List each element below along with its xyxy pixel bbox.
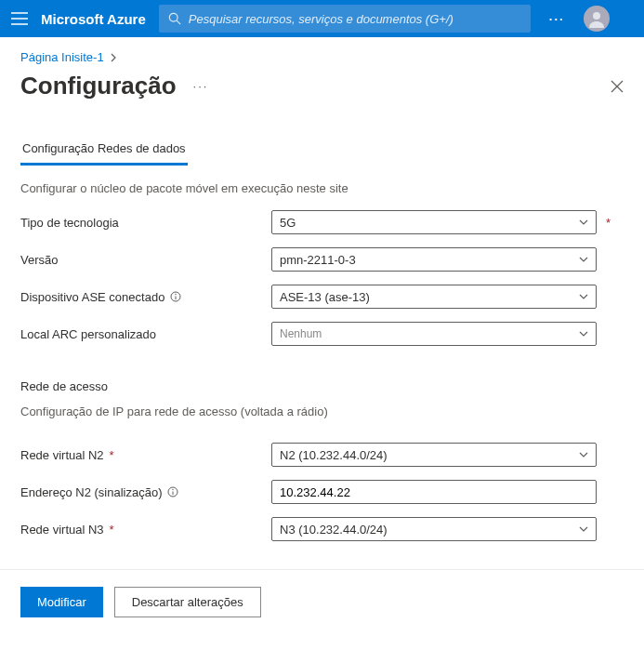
search-input[interactable] <box>189 12 521 26</box>
required-marker: * <box>110 448 114 462</box>
required-marker: * <box>606 216 611 230</box>
n2addr-input-wrap <box>271 480 597 504</box>
page-title: Configuração <box>20 72 177 100</box>
svg-line-1 <box>177 20 180 24</box>
version-label: Versão <box>20 253 271 267</box>
breadcrumb-item[interactable]: site-1 <box>74 50 104 64</box>
brand-label: Microsoft Azure <box>41 11 146 27</box>
modify-button[interactable]: Modificar <box>20 587 103 617</box>
hamburger-icon[interactable] <box>11 12 28 25</box>
required-marker: * <box>110 523 114 537</box>
n3net-select[interactable]: N3 (10.232.44.0/24) <box>271 517 597 541</box>
n2addr-input[interactable] <box>280 485 588 499</box>
ase-select[interactable]: ASE-13 (ase-13) <box>271 285 597 309</box>
breadcrumb: Página Ini site-1 <box>0 37 644 70</box>
title-more-icon[interactable]: ··· <box>193 79 209 93</box>
arc-label: Local ARC personalizado <box>20 327 271 341</box>
footer: Modificar Descartar alterações <box>0 569 644 634</box>
n2net-label: Rede virtual N2 * <box>20 448 271 462</box>
svg-point-2 <box>593 12 600 20</box>
chevron-down-icon <box>579 294 588 299</box>
info-icon[interactable] <box>170 291 181 302</box>
breadcrumb-home[interactable]: Página Ini <box>20 50 74 64</box>
info-icon[interactable] <box>167 486 178 497</box>
top-header: Microsoft Azure ··· <box>0 0 644 37</box>
access-section-desc: Configuração de IP para rede de acesso (… <box>0 399 644 431</box>
chevron-right-icon <box>110 53 117 62</box>
n3net-value: N3 (10.232.44.0/24) <box>280 523 388 537</box>
version-select[interactable]: pmn-2211-0-3 <box>271 247 597 272</box>
n2addr-label: Endereço N2 (sinalização) <box>20 485 271 499</box>
n2net-value: N2 (10.232.44.0/24) <box>280 448 388 462</box>
tech-type-select[interactable]: 5G <box>271 210 597 234</box>
chevron-down-icon <box>579 219 588 225</box>
close-icon[interactable] <box>611 80 624 93</box>
svg-point-0 <box>169 13 177 21</box>
search-box[interactable] <box>159 5 531 33</box>
svg-point-8 <box>173 489 174 490</box>
svg-point-5 <box>176 294 177 295</box>
n3net-label: Rede virtual N3 * <box>20 523 271 537</box>
chevron-down-icon <box>579 331 588 337</box>
n2net-select[interactable]: N2 (10.232.44.0/24) <box>271 443 597 467</box>
ase-label: Dispositivo ASE conectado <box>20 290 271 304</box>
version-value: pmn-2211-0-3 <box>280 253 356 267</box>
tech-type-label: Tipo de tecnologia <box>20 216 271 230</box>
avatar[interactable] <box>584 6 610 32</box>
ase-value: ASE-13 (ase-13) <box>280 290 370 304</box>
title-row: Configuração ··· <box>0 70 644 100</box>
page-description: Configurar o núcleo de pacote móvel em e… <box>0 166 644 199</box>
tab-config-datanetworks[interactable]: Configuração Redes de dados <box>20 136 188 166</box>
discard-button[interactable]: Descartar alterações <box>114 587 261 617</box>
tabs: Configuração Redes de dados <box>20 136 624 166</box>
access-section-header: Rede de acesso <box>0 359 644 399</box>
header-more-icon[interactable]: ··· <box>544 12 571 26</box>
chevron-down-icon <box>579 452 588 457</box>
chevron-down-icon <box>579 526 588 532</box>
search-icon <box>168 12 181 25</box>
chevron-down-icon <box>579 257 588 262</box>
arc-value: Nenhum <box>280 327 322 340</box>
tech-type-value: 5G <box>280 216 296 230</box>
arc-select[interactable]: Nenhum <box>271 322 597 346</box>
